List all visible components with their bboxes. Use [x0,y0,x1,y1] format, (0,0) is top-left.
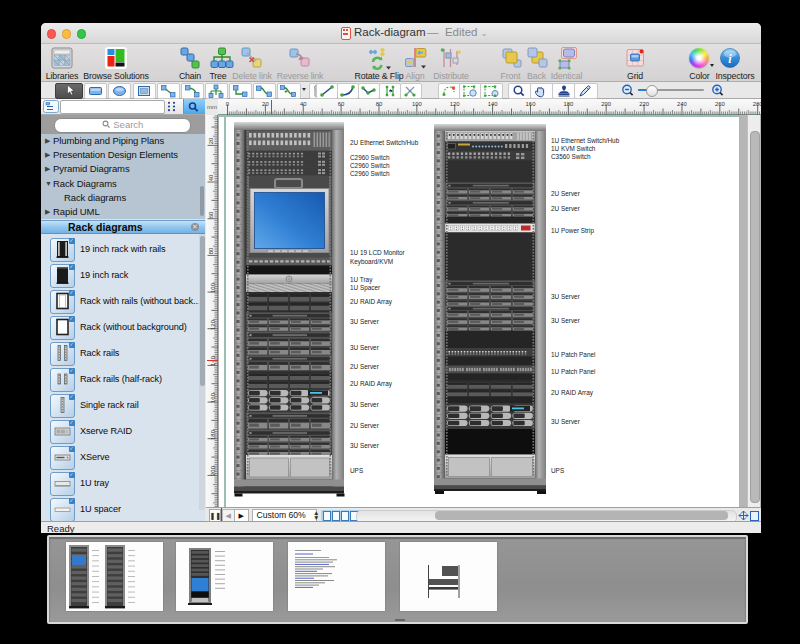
svg-text:1U Tray: 1U Tray [350,276,373,284]
svg-text:1U Spacer: 1U Spacer [350,284,381,292]
svg-text:3U Server: 3U Server [350,344,380,351]
svg-text:3U Server: 3U Server [350,442,380,449]
svg-text:3U Server: 3U Server [551,418,581,425]
svg-text:2U RAID Array: 2U RAID Array [551,389,594,397]
svg-text:2U Server: 2U Server [551,205,581,212]
svg-text:1U Patch Panel: 1U Patch Panel [551,351,595,358]
svg-text:3U Server: 3U Server [551,293,581,300]
svg-text:2U Server: 2U Server [350,363,380,370]
svg-text:C3560 Switch: C3560 Switch [551,153,591,160]
svg-text:C2960 Switch: C2960 Switch [350,154,390,161]
svg-text:3U Server: 3U Server [350,318,380,325]
svg-text:2U Server: 2U Server [551,190,581,197]
svg-text:3U Server: 3U Server [551,317,581,324]
svg-text:1U Power Strip: 1U Power Strip [551,227,594,235]
svg-text:1U 19 LCD Monitor: 1U 19 LCD Monitor [350,249,406,256]
svg-text:2U Server: 2U Server [350,422,380,429]
svg-text:1U Ethernet Switch/Hub: 1U Ethernet Switch/Hub [551,137,620,144]
svg-text:Keyboard/KVM: Keyboard/KVM [350,258,393,266]
svg-text:1U KVM Switch: 1U KVM Switch [551,145,596,152]
svg-text:UPS: UPS [551,467,564,474]
svg-text:C2960 Switch: C2960 Switch [350,170,390,177]
svg-text:UPS: UPS [350,467,363,474]
svg-text:C2960 Switch: C2960 Switch [350,162,390,169]
svg-text:2U RAID Array: 2U RAID Array [350,298,393,306]
svg-text:2U Ethernet Switch/Hub: 2U Ethernet Switch/Hub [350,139,419,146]
svg-text:1U Patch Panel: 1U Patch Panel [551,368,595,375]
svg-text:3U Server: 3U Server [350,401,380,408]
svg-text:2U RAID Array: 2U RAID Array [350,380,393,388]
